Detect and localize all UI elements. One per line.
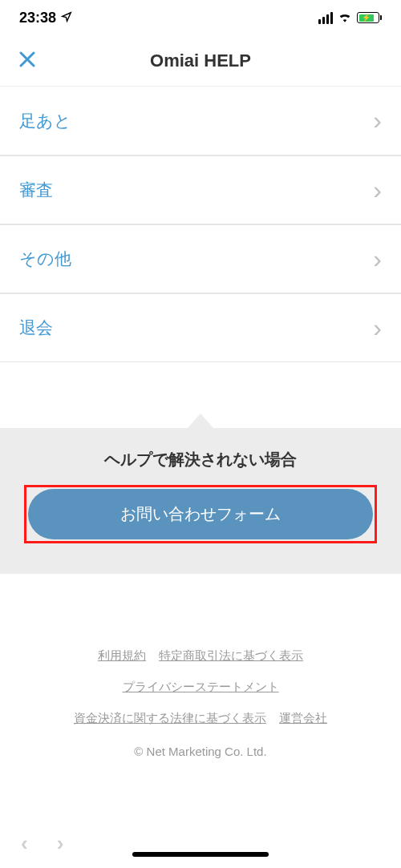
footer-links: 利用規約 特定商取引法に基づく表示 プライバシーステートメント 資金決済に関する… [0, 640, 401, 733]
nav-back-icon[interactable]: ‹ [21, 831, 28, 856]
signal-icon [318, 12, 333, 24]
status-bar: 23:38 ⚡ [0, 0, 401, 35]
copyright: © Net Marketing Co. Ltd. [0, 745, 401, 758]
menu-item-withdraw[interactable]: 退会 › [0, 293, 401, 362]
battery-icon: ⚡ [357, 12, 382, 23]
link-privacy[interactable]: プライバシーステートメント [123, 680, 279, 693]
menu-item-other[interactable]: その他 › [0, 224, 401, 293]
menu-item-label: 審査 [19, 179, 53, 201]
link-terms[interactable]: 利用規約 [98, 648, 146, 662]
status-time: 23:38 [19, 10, 56, 26]
nav-forward-icon[interactable]: › [57, 831, 64, 856]
link-commerce[interactable]: 特定商取引法に基づく表示 [159, 648, 303, 662]
chevron-right-icon: › [373, 244, 382, 274]
link-company[interactable]: 運営会社 [279, 711, 327, 725]
contact-form-button[interactable]: お問い合わせフォーム [28, 489, 373, 539]
menu-item-review[interactable]: 審査 › [0, 155, 401, 224]
menu-item-label: 退会 [19, 317, 53, 339]
page-title: Omiai HELP [150, 50, 251, 71]
link-settlement[interactable]: 資金決済に関する法律に基づく表示 [74, 711, 266, 725]
contact-heading: ヘルプで解決されない場合 [24, 449, 377, 470]
contact-section: ヘルプで解決されない場合 お問い合わせフォーム [0, 428, 401, 574]
browser-nav: ‹ › [0, 823, 401, 863]
wifi-icon [338, 10, 352, 26]
menu-item-label: 足あと [19, 110, 71, 132]
contact-button-highlight: お問い合わせフォーム [24, 485, 377, 543]
menu-item-footprint[interactable]: 足あと › [0, 87, 401, 155]
chevron-right-icon: › [373, 176, 382, 205]
home-indicator [132, 852, 269, 857]
close-button[interactable] [18, 47, 37, 75]
pointer-triangle [188, 414, 213, 428]
chevron-right-icon: › [373, 313, 382, 343]
chevron-right-icon: › [373, 106, 382, 135]
menu-item-label: その他 [19, 248, 71, 270]
location-icon [61, 10, 72, 26]
header: Omiai HELP [0, 35, 401, 87]
